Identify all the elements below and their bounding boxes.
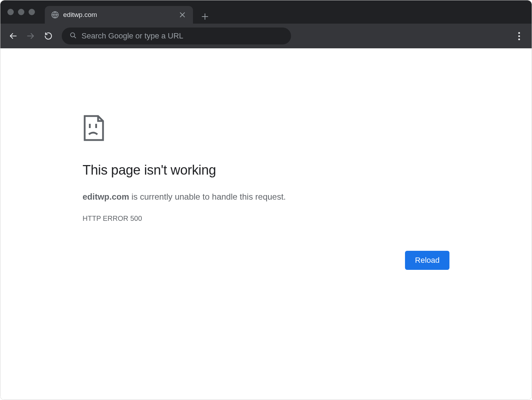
svg-rect-9 <box>89 124 91 128</box>
close-tab-icon[interactable] <box>178 11 187 19</box>
omnibox-input[interactable] <box>81 31 283 41</box>
error-title: This page isn't working <box>83 163 449 178</box>
globe-icon <box>51 11 59 19</box>
tab-strip: editwp.com <box>45 0 532 24</box>
sad-file-icon <box>83 115 105 141</box>
new-tab-button[interactable] <box>198 10 212 24</box>
error-code: HTTP ERROR 500 <box>83 214 449 223</box>
svg-rect-10 <box>95 124 97 128</box>
reload-toolbar-button[interactable] <box>41 29 55 43</box>
toolbar <box>0 24 532 48</box>
error-description: editwp.com is currently unable to handle… <box>83 192 449 202</box>
error-domain: editwp.com <box>83 192 129 201</box>
window-minimize-button[interactable] <box>18 9 24 15</box>
error-desc-suffix: is currently unable to handle this reque… <box>129 192 286 201</box>
browser-menu-button[interactable] <box>512 29 526 43</box>
window-maximize-button[interactable] <box>29 9 35 15</box>
window-close-button[interactable] <box>7 9 14 15</box>
reload-button[interactable]: Reload <box>405 251 449 270</box>
titlebar: editwp.com <box>0 0 532 24</box>
search-icon <box>69 32 77 40</box>
window-controls <box>7 9 35 15</box>
browser-tab[interactable]: editwp.com <box>45 6 193 24</box>
page-content: This page isn't working editwp.com is cu… <box>0 48 532 400</box>
address-bar[interactable] <box>62 28 291 44</box>
tab-title: editwp.com <box>63 11 174 19</box>
back-button[interactable] <box>6 29 20 43</box>
forward-button[interactable] <box>24 29 38 43</box>
browser-chrome: editwp.com <box>0 0 532 48</box>
svg-line-8 <box>74 36 75 38</box>
